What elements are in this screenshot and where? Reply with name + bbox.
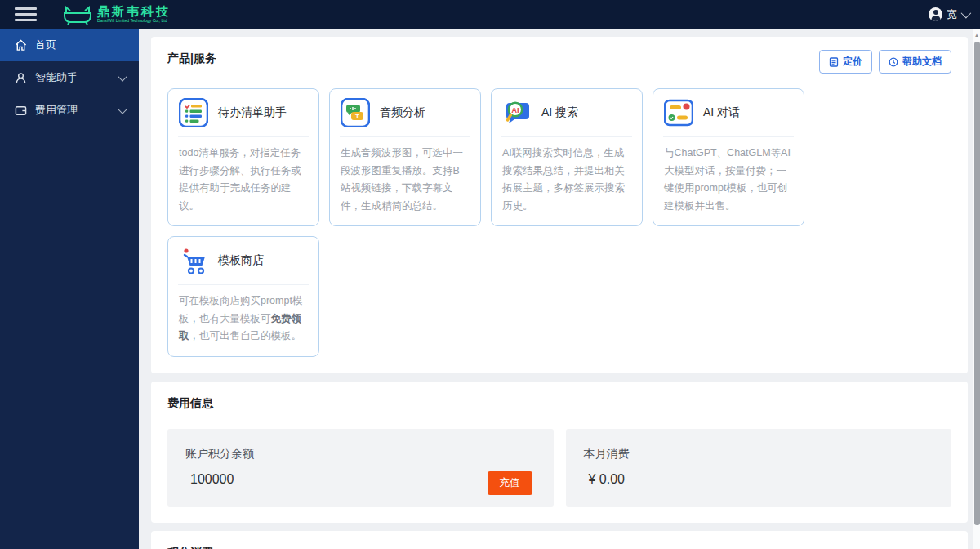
billing-panel: 费用信息 账户积分余额 100000 充值 本月消费 ¥ 0.00 bbox=[151, 382, 968, 523]
scrollbar-up-arrow-icon[interactable]: ▲ bbox=[973, 29, 980, 38]
products-panel: 产品|服务 定价 帮助文档 bbox=[151, 37, 968, 373]
chevron-down-icon bbox=[118, 105, 127, 114]
balance-panel: 账户积分余额 100000 充值 bbox=[167, 429, 554, 507]
balance-value: 100000 bbox=[185, 472, 532, 487]
brand-subtitle: DansiWill Limited Technology Co., Ltd bbox=[97, 19, 167, 23]
product-card-audio[interactable]: T 音频分析 生成音频波形图，可选中一段波形图重复播放。支持B站视频链接，下载字… bbox=[329, 88, 481, 226]
user-name: 宽 bbox=[947, 7, 957, 22]
recharge-button[interactable]: 充值 bbox=[488, 471, 532, 495]
product-card-grid: 待办清单助手 todo清单服务，对指定任务进行步骤分解、执行任务或提供有助于完成… bbox=[167, 88, 951, 357]
sidebar: 首页 智能助手 费用管理 bbox=[0, 29, 139, 549]
product-card-title: 模板商店 bbox=[218, 253, 264, 268]
sidebar-item-home[interactable]: 首页 bbox=[0, 29, 139, 61]
chevron-down-icon bbox=[961, 8, 972, 19]
product-card-description: 生成音频波形图，可选中一段波形图重复播放。支持B站视频链接，下载字幕文件，生成精… bbox=[330, 137, 480, 225]
pricing-doc-icon bbox=[829, 57, 839, 67]
brand-name: 鼎斯韦科技 bbox=[97, 5, 180, 17]
vertical-scrollbar[interactable]: ▲ bbox=[973, 29, 980, 549]
svg-text:AI: AI bbox=[511, 105, 519, 114]
ai-chat-icon bbox=[664, 98, 693, 127]
brand-logo-icon bbox=[63, 4, 92, 25]
sidebar-item-billing[interactable]: 费用管理 bbox=[0, 94, 139, 127]
consumption-section-title: 积分消费 bbox=[167, 546, 951, 549]
menu-toggle-icon[interactable] bbox=[15, 4, 37, 25]
sidebar-item-label: 首页 bbox=[35, 38, 126, 52]
product-card-title: AI 搜索 bbox=[541, 105, 578, 120]
monthly-spend-value: ¥ 0.00 bbox=[584, 472, 931, 487]
product-card-description: 与ChatGPT、ChatGLM等AI大模型对话，按量付费；一键使用prompt… bbox=[653, 137, 804, 225]
main-content: 产品|服务 定价 帮助文档 bbox=[139, 29, 980, 549]
chevron-down-icon bbox=[118, 72, 127, 81]
brand-logo[interactable]: 鼎斯韦科技 DansiWill Limited Technology Co., … bbox=[63, 4, 180, 25]
sidebar-item-label: 费用管理 bbox=[35, 103, 119, 118]
sidebar-item-assistant[interactable]: 智能助手 bbox=[0, 61, 139, 94]
ai-search-icon: AI bbox=[502, 98, 532, 127]
shopping-cart-icon bbox=[179, 246, 208, 275]
product-card-ai-search[interactable]: AI AI 搜索 AI联网搜索实时信息，生成搜索结果总结，并提出相关拓展主题，多… bbox=[491, 88, 643, 226]
home-icon bbox=[15, 39, 27, 51]
billing-section-title: 费用信息 bbox=[167, 396, 951, 411]
points-consumption-panel: 积分消费 今天 最近7天 最近30天 月纬度 2023-11-04 - 2023… bbox=[151, 531, 968, 549]
help-clock-icon bbox=[889, 57, 898, 67]
sidebar-item-label: 智能助手 bbox=[35, 70, 119, 85]
product-card-template-store[interactable]: 模板商店 可在模板商店购买prompt模板，也有大量模板可免费领取，也可出售自己… bbox=[167, 236, 319, 357]
product-card-description: AI联网搜索实时信息，生成搜索结果总结，并提出相关拓展主题，多标签展示搜索历史。 bbox=[492, 137, 642, 225]
user-menu[interactable]: 宽 bbox=[929, 7, 980, 22]
help-doc-button[interactable]: 帮助文档 bbox=[879, 50, 951, 74]
product-card-title: 音频分析 bbox=[380, 105, 425, 120]
audio-analysis-icon: T bbox=[341, 98, 370, 127]
product-card-description: todo清单服务，对指定任务进行步骤分解、执行任务或提供有助于完成任务的建议。 bbox=[168, 137, 318, 225]
monthly-spend-label: 本月消费 bbox=[584, 447, 931, 462]
products-section-title: 产品|服务 bbox=[167, 51, 216, 66]
product-card-description: 可在模板商店购买prompt模板，也有大量模板可免费领取，也可出售自己的模板。 bbox=[168, 285, 318, 356]
pricing-button[interactable]: 定价 bbox=[819, 50, 872, 74]
todo-checklist-icon bbox=[179, 98, 208, 127]
monthly-spend-panel: 本月消费 ¥ 0.00 bbox=[566, 429, 952, 507]
wallet-icon bbox=[15, 105, 27, 117]
topbar: 鼎斯韦科技 DansiWill Limited Technology Co., … bbox=[0, 0, 980, 29]
avatar-icon bbox=[929, 7, 942, 21]
product-card-title: 待办清单助手 bbox=[218, 105, 287, 120]
product-card-title: AI 对话 bbox=[703, 105, 740, 120]
product-card-ai-chat[interactable]: AI 对话 与ChatGPT、ChatGLM等AI大模型对话，按量付费；一键使用… bbox=[653, 88, 804, 226]
svg-text:T: T bbox=[355, 113, 359, 120]
pricing-button-label: 定价 bbox=[843, 55, 862, 69]
assistant-person-icon bbox=[15, 72, 27, 84]
balance-label: 账户积分余额 bbox=[185, 447, 532, 462]
help-doc-button-label: 帮助文档 bbox=[902, 55, 942, 69]
scrollbar-thumb[interactable] bbox=[974, 42, 980, 525]
product-card-todo[interactable]: 待办清单助手 todo清单服务，对指定任务进行步骤分解、执行任务或提供有助于完成… bbox=[167, 88, 319, 226]
